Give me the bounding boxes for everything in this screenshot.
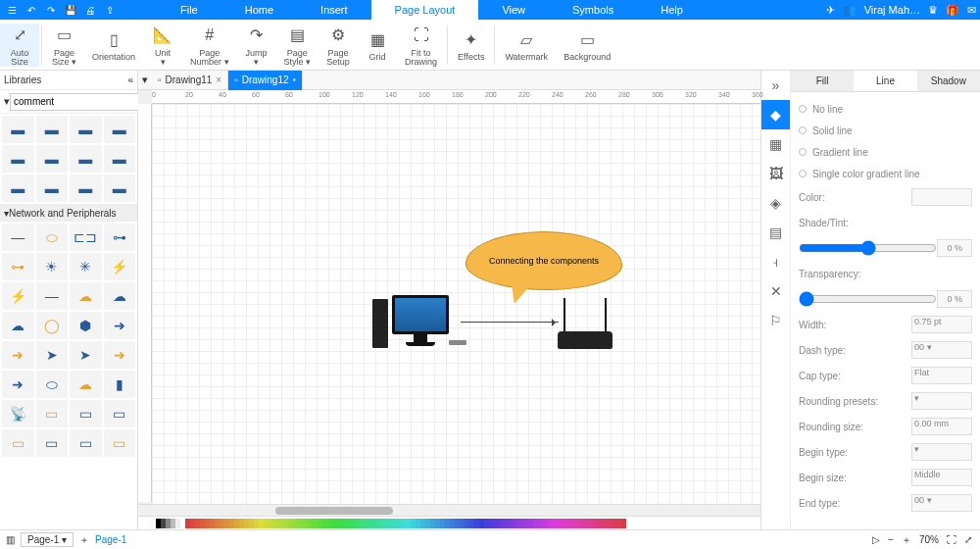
shape-item[interactable]: ▬	[36, 145, 69, 173]
shape-item[interactable]: ▬	[36, 116, 69, 143]
align-tool-icon[interactable]: ⫞	[761, 247, 790, 276]
crown-icon[interactable]: ♛	[928, 4, 938, 17]
shape-item[interactable]: ▭	[70, 429, 102, 457]
shape-item[interactable]: ➜	[104, 341, 136, 369]
ribbon-orientation[interactable]: ▯Orientation	[84, 27, 143, 62]
menu-icon[interactable]: ☰	[4, 2, 20, 18]
page-selector[interactable]: Page-1 ▾	[21, 532, 74, 547]
redo-icon[interactable]: ↷	[43, 2, 59, 18]
ribbon-auto[interactable]: ⤢Auto Size	[0, 24, 39, 67]
menu-file[interactable]: File	[157, 0, 221, 20]
gift-icon[interactable]: 🎁	[946, 4, 959, 17]
collab-icon[interactable]: 👥	[843, 4, 857, 17]
shape-item[interactable]: ▬	[36, 175, 69, 202]
endtype-select[interactable]: 00 ▾	[911, 494, 972, 512]
shape-item[interactable]: ▬	[104, 145, 136, 173]
shape-item[interactable]: ▬	[104, 175, 136, 202]
drawing-canvas[interactable]: Connecting the components	[152, 104, 760, 504]
ribbon-fit-to[interactable]: ⛶Fit to Drawing	[397, 24, 445, 67]
shape-item[interactable]: ⚡	[104, 253, 136, 280]
format-tab-line[interactable]: Line	[854, 71, 916, 91]
random-tool-icon[interactable]: ✕	[761, 276, 790, 306]
shape-item[interactable]: ▬	[2, 175, 34, 202]
comment-tool-icon[interactable]: ⚐	[761, 306, 790, 335]
shape-item[interactable]: ▬	[70, 116, 102, 143]
shape-item[interactable]: ✳	[70, 253, 102, 280]
save-icon[interactable]: 💾	[63, 2, 78, 18]
shape-item[interactable]: ▭	[36, 429, 69, 457]
menu-home[interactable]: Home	[221, 0, 297, 20]
menu-page-layout[interactable]: Page Layout	[371, 0, 479, 20]
fullscreen-icon[interactable]: ⤢	[964, 534, 972, 545]
tab-drawing12[interactable]: ▫Drawing12•	[228, 71, 303, 90]
rsize-input[interactable]: 0.00 mm	[911, 418, 972, 435]
shape-connector[interactable]	[461, 322, 559, 323]
shape-item[interactable]: —	[2, 224, 34, 251]
user-name[interactable]: Viraj Mah…	[864, 4, 920, 16]
shape-computer[interactable]	[372, 295, 461, 354]
format-tab-fill[interactable]: Fill	[791, 71, 854, 91]
ribbon-watermark[interactable]: ▱Watermark	[497, 27, 556, 62]
export-icon[interactable]: ⇪	[102, 2, 118, 18]
rounding-select[interactable]: ▾	[911, 392, 972, 410]
shape-item[interactable]: ▬	[104, 116, 136, 143]
tab-drawing11[interactable]: ▫Drawing11×	[152, 71, 228, 90]
collapse-icon[interactable]: «	[127, 75, 133, 85]
width-input[interactable]: 0.75 pt	[911, 316, 972, 333]
shape-callout[interactable]: Connecting the components	[466, 231, 622, 290]
shape-item[interactable]: ⬭	[36, 371, 69, 398]
add-page-button[interactable]: ＋	[79, 533, 89, 547]
ribbon-unit[interactable]: 📐Unit ▾	[143, 24, 182, 67]
shape-item[interactable]: ⊶	[2, 253, 34, 280]
print-icon[interactable]: 🖨	[82, 2, 98, 18]
shape-item[interactable]: ➤	[70, 341, 102, 369]
shape-item[interactable]: ➜	[2, 371, 34, 398]
ribbon-page[interactable]: ▤Page Style ▾	[276, 24, 319, 67]
shape-item[interactable]: ⚡	[2, 282, 34, 310]
ribbon-page[interactable]: #Page Number ▾	[182, 24, 237, 67]
ribbon-grid[interactable]: ▦Grid	[358, 27, 397, 62]
shape-item[interactable]: ▮	[104, 371, 136, 398]
notify-icon[interactable]: ✉	[967, 4, 976, 17]
menu-insert[interactable]: Insert	[297, 0, 371, 20]
menu-help[interactable]: Help	[637, 0, 707, 20]
line-option[interactable]: Solid line	[799, 120, 972, 141]
shape-item[interactable]: ▭	[104, 429, 136, 457]
sheet-tab[interactable]: Page-1	[95, 534, 126, 545]
shape-item[interactable]: —	[36, 282, 69, 310]
tabs-dropdown-icon[interactable]: ▾	[138, 74, 152, 86]
shape-item[interactable]: ◯	[36, 312, 69, 339]
shape-item[interactable]: ☁	[104, 282, 136, 310]
shape-item[interactable]: ➜	[104, 312, 136, 339]
scrollbar-horizontal[interactable]	[138, 504, 760, 516]
fit-icon[interactable]: ⛶	[947, 534, 956, 545]
undo-icon[interactable]: ↶	[24, 2, 39, 18]
begintype-select[interactable]: ▾	[911, 443, 972, 461]
zoom-in-button[interactable]: ＋	[902, 533, 911, 547]
shape-item[interactable]: ☁	[2, 312, 34, 339]
shade-slider[interactable]	[799, 240, 937, 256]
shape-item[interactable]: ☁	[70, 282, 102, 310]
format-tab-shadow[interactable]: Shadow	[917, 71, 980, 91]
color-picker[interactable]	[911, 188, 972, 206]
shape-item[interactable]: ▭	[104, 400, 136, 427]
cap-select[interactable]: Flat	[911, 367, 972, 384]
color-swatch[interactable]	[621, 519, 626, 528]
shape-item[interactable]: ☀	[36, 253, 69, 280]
shape-item[interactable]: ⊶	[104, 224, 136, 251]
expand-icon[interactable]: »	[761, 71, 790, 100]
sheets-icon[interactable]: ▥	[6, 534, 15, 545]
present-icon[interactable]: ▷	[872, 534, 880, 545]
shape-item[interactable]: ▬	[2, 116, 34, 143]
beginsize-select[interactable]: Middle	[911, 469, 972, 486]
shape-item[interactable]: 📡	[2, 400, 34, 427]
shape-item[interactable]: ▭	[70, 400, 102, 427]
search-input[interactable]	[10, 93, 142, 111]
shape-item[interactable]: ⬭	[36, 224, 69, 251]
shape-item[interactable]: ⊏⊐	[70, 224, 102, 251]
shape-item[interactable]: ▬	[2, 145, 34, 173]
ribbon-jump[interactable]: ↷Jump ▾	[237, 24, 276, 67]
ribbon-page[interactable]: ⚙Page Setup	[318, 24, 358, 67]
shape-item[interactable]: ⬢	[70, 312, 102, 339]
shape-item[interactable]: ➜	[2, 341, 34, 369]
